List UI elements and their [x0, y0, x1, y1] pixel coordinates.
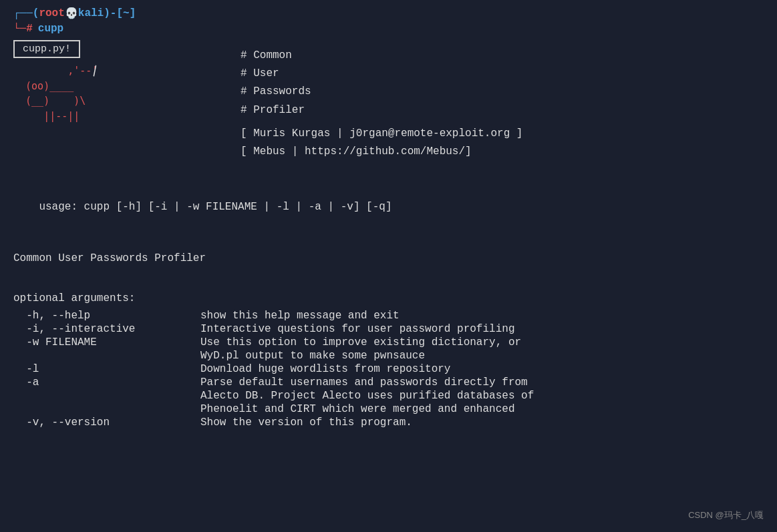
prompt-hash: └─# — [13, 23, 33, 35]
comment-passwords: # Passwords — [241, 83, 522, 101]
spacer-3 — [13, 275, 764, 292]
arg-interactive: -i, --interactive Interactive questions … — [13, 323, 764, 335]
spacer — [241, 119, 522, 125]
arg-interactive-desc: Interactive questions for user password … — [200, 323, 764, 335]
arg-list: -l Download huge wordlists from reposito… — [13, 363, 764, 375]
bracket-close: )-[ — [104, 7, 123, 19]
prompt-user: root — [39, 7, 64, 19]
banner-area: cupp.py! ,'--' (oo)____ (__) )\ ||--|| \… — [13, 40, 764, 161]
arg-filename-flag: -w FILENAME — [13, 336, 200, 348]
bracket-open: ┌──( — [13, 7, 39, 19]
arg-filename-desc-2: WyD.pl output to make some pwnsauce — [200, 350, 764, 362]
banner-right: # Common # User # Passwords # Profiler [… — [241, 40, 522, 161]
arg-version-desc: Show the version of this program. — [200, 417, 764, 429]
ascii-art-container: cupp.py! ,'--' (oo)____ (__) )\ ||--|| \ — [13, 40, 187, 161]
cupp-label-box: cupp.py! — [13, 40, 80, 58]
comment-user: # User — [241, 65, 522, 83]
arg-alecto-1: -a Parse default usernames and passwords… — [13, 376, 764, 388]
description: Common User Passwords Profiler — [13, 252, 764, 264]
spacer-2 — [13, 236, 764, 253]
cupp-label-text: cupp.py! — [23, 43, 71, 55]
author-line-1: [ Muris Kurgas | j0rgan@remote-exploit.o… — [241, 125, 522, 143]
arg-list-desc: Download huge wordlists from repository — [200, 363, 764, 375]
author-line-2: [ Mebus | https://github.com/Mebus/] — [241, 143, 522, 161]
arg-version-flag: -v, --version — [13, 417, 200, 429]
prompt-header: ┌──(root💀kali)-[~] — [13, 7, 764, 20]
arg-list-flag: -l — [13, 363, 200, 375]
watermark-text: CSDN @玛卡_八嘎 — [688, 510, 764, 520]
usage-line: usage: cupp [-h] [-i | -w FILENAME | -l … — [13, 189, 764, 225]
arg-filename-desc-1: Use this option to improve existing dict… — [200, 336, 764, 348]
arg-filename-cont — [13, 350, 200, 362]
arg-alecto-desc-3: Phenoelit and CIRT which were merged and… — [200, 403, 764, 415]
arg-alecto-desc-2: Alecto DB. Project Alecto uses purified … — [200, 390, 764, 402]
arg-version: -v, --version Show the version of this p… — [13, 417, 764, 429]
arg-filename-2: WyD.pl output to make some pwnsauce — [13, 350, 764, 362]
prompt-path: ~ — [123, 7, 130, 19]
description-text: Common User Passwords Profiler — [13, 252, 206, 264]
arg-interactive-flag: -i, --interactive — [13, 323, 200, 335]
arg-help-flag: -h, --help — [13, 310, 200, 322]
comment-profiler: # Profiler — [241, 101, 522, 119]
arg-alecto-desc-1: Parse default usernames and passwords di… — [200, 376, 764, 388]
optional-args-label: optional arguments: — [13, 292, 135, 304]
arg-alecto-3: Phenoelit and CIRT which were merged and… — [13, 403, 764, 415]
comment-common: # Common — [241, 47, 522, 65]
arg-help: -h, --help show this help message and ex… — [13, 310, 764, 322]
ascii-art: ,'--' (oo)____ (__) )\ ||--|| \ — [13, 63, 187, 123]
arg-alecto-cont-1 — [13, 390, 200, 402]
usage-text: usage: cupp [-h] [-i | -w FILENAME | -l … — [39, 201, 392, 213]
skull-icon: 💀 — [65, 7, 78, 20]
arg-alecto-2: Alecto DB. Project Alecto uses purified … — [13, 390, 764, 402]
prompt-command-line: └─# cupp — [13, 23, 764, 35]
spacer-1 — [13, 172, 764, 189]
arg-help-desc: show this help message and exit — [200, 310, 764, 322]
args-table: -h, --help show this help message and ex… — [13, 310, 764, 429]
watermark: CSDN @玛卡_八嘎 — [688, 509, 764, 521]
arg-filename-1: -w FILENAME Use this option to improve e… — [13, 336, 764, 348]
prompt-command: cupp — [38, 23, 63, 35]
optional-args-header: optional arguments: — [13, 292, 764, 304]
arrow-line — [67, 59, 68, 79]
arg-alecto-flag: -a — [13, 376, 200, 388]
arg-alecto-cont-2 — [13, 403, 200, 415]
prompt-host: kali — [78, 7, 104, 19]
bracket-end: ] — [130, 7, 136, 19]
terminal: ┌──(root💀kali)-[~] └─# cupp cupp.py! ,'-… — [13, 7, 764, 429]
cupp-label-section: cupp.py! — [13, 40, 187, 58]
